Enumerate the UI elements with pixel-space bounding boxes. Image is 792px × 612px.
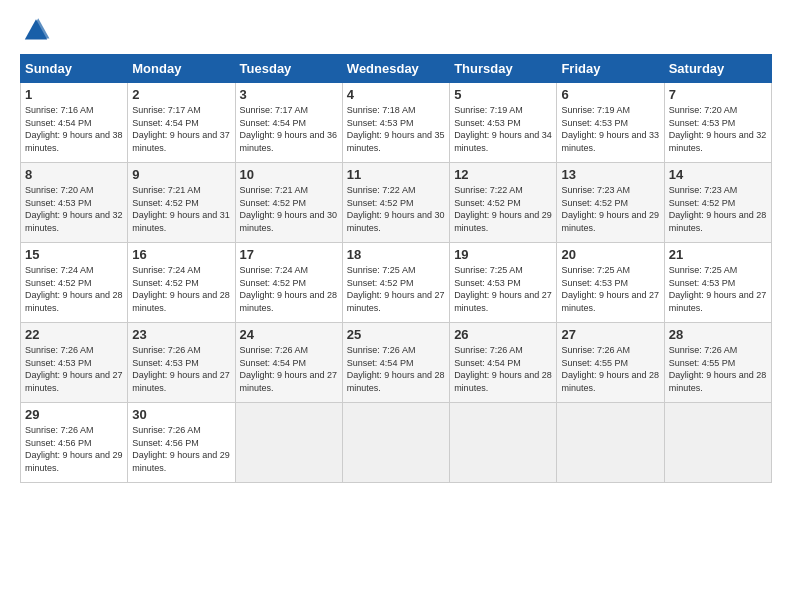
day-info: Sunrise: 7:26 AM Sunset: 4:53 PM Dayligh… xyxy=(132,344,230,394)
calendar-cell: 17 Sunrise: 7:24 AM Sunset: 4:52 PM Dayl… xyxy=(235,243,342,323)
day-info: Sunrise: 7:26 AM Sunset: 4:55 PM Dayligh… xyxy=(669,344,767,394)
day-number: 20 xyxy=(561,247,659,262)
calendar-cell: 22 Sunrise: 7:26 AM Sunset: 4:53 PM Dayl… xyxy=(21,323,128,403)
day-info: Sunrise: 7:25 AM Sunset: 4:52 PM Dayligh… xyxy=(347,264,445,314)
day-info: Sunrise: 7:22 AM Sunset: 4:52 PM Dayligh… xyxy=(454,184,552,234)
day-info: Sunrise: 7:25 AM Sunset: 4:53 PM Dayligh… xyxy=(561,264,659,314)
calendar-cell: 13 Sunrise: 7:23 AM Sunset: 4:52 PM Dayl… xyxy=(557,163,664,243)
day-info: Sunrise: 7:24 AM Sunset: 4:52 PM Dayligh… xyxy=(25,264,123,314)
day-info: Sunrise: 7:23 AM Sunset: 4:52 PM Dayligh… xyxy=(669,184,767,234)
day-number: 24 xyxy=(240,327,338,342)
day-number: 29 xyxy=(25,407,123,422)
day-number: 9 xyxy=(132,167,230,182)
day-number: 17 xyxy=(240,247,338,262)
day-number: 21 xyxy=(669,247,767,262)
day-number: 25 xyxy=(347,327,445,342)
day-info: Sunrise: 7:19 AM Sunset: 4:53 PM Dayligh… xyxy=(454,104,552,154)
logo xyxy=(20,16,50,48)
calendar-cell: 2 Sunrise: 7:17 AM Sunset: 4:54 PM Dayli… xyxy=(128,83,235,163)
header-day: Saturday xyxy=(664,55,771,83)
calendar-cell: 28 Sunrise: 7:26 AM Sunset: 4:55 PM Dayl… xyxy=(664,323,771,403)
day-info: Sunrise: 7:20 AM Sunset: 4:53 PM Dayligh… xyxy=(25,184,123,234)
day-info: Sunrise: 7:25 AM Sunset: 4:53 PM Dayligh… xyxy=(454,264,552,314)
day-info: Sunrise: 7:19 AM Sunset: 4:53 PM Dayligh… xyxy=(561,104,659,154)
day-number: 11 xyxy=(347,167,445,182)
day-number: 4 xyxy=(347,87,445,102)
calendar-week-row: 22 Sunrise: 7:26 AM Sunset: 4:53 PM Dayl… xyxy=(21,323,772,403)
calendar-cell: 25 Sunrise: 7:26 AM Sunset: 4:54 PM Dayl… xyxy=(342,323,449,403)
day-number: 19 xyxy=(454,247,552,262)
calendar-cell: 24 Sunrise: 7:26 AM Sunset: 4:54 PM Dayl… xyxy=(235,323,342,403)
day-number: 3 xyxy=(240,87,338,102)
day-number: 12 xyxy=(454,167,552,182)
calendar-cell: 20 Sunrise: 7:25 AM Sunset: 4:53 PM Dayl… xyxy=(557,243,664,323)
day-number: 15 xyxy=(25,247,123,262)
calendar-cell: 7 Sunrise: 7:20 AM Sunset: 4:53 PM Dayli… xyxy=(664,83,771,163)
day-info: Sunrise: 7:24 AM Sunset: 4:52 PM Dayligh… xyxy=(132,264,230,314)
calendar-cell: 27 Sunrise: 7:26 AM Sunset: 4:55 PM Dayl… xyxy=(557,323,664,403)
day-number: 5 xyxy=(454,87,552,102)
calendar-week-row: 29 Sunrise: 7:26 AM Sunset: 4:56 PM Dayl… xyxy=(21,403,772,483)
calendar-cell: 18 Sunrise: 7:25 AM Sunset: 4:52 PM Dayl… xyxy=(342,243,449,323)
header-day: Monday xyxy=(128,55,235,83)
day-number: 23 xyxy=(132,327,230,342)
day-number: 30 xyxy=(132,407,230,422)
calendar-cell: 9 Sunrise: 7:21 AM Sunset: 4:52 PM Dayli… xyxy=(128,163,235,243)
calendar-cell: 23 Sunrise: 7:26 AM Sunset: 4:53 PM Dayl… xyxy=(128,323,235,403)
day-info: Sunrise: 7:25 AM Sunset: 4:53 PM Dayligh… xyxy=(669,264,767,314)
day-info: Sunrise: 7:26 AM Sunset: 4:54 PM Dayligh… xyxy=(347,344,445,394)
calendar-cell: 12 Sunrise: 7:22 AM Sunset: 4:52 PM Dayl… xyxy=(450,163,557,243)
day-number: 27 xyxy=(561,327,659,342)
day-info: Sunrise: 7:22 AM Sunset: 4:52 PM Dayligh… xyxy=(347,184,445,234)
day-info: Sunrise: 7:20 AM Sunset: 4:53 PM Dayligh… xyxy=(669,104,767,154)
calendar-cell: 1 Sunrise: 7:16 AM Sunset: 4:54 PM Dayli… xyxy=(21,83,128,163)
day-info: Sunrise: 7:26 AM Sunset: 4:56 PM Dayligh… xyxy=(132,424,230,474)
day-number: 14 xyxy=(669,167,767,182)
day-number: 10 xyxy=(240,167,338,182)
day-info: Sunrise: 7:18 AM Sunset: 4:53 PM Dayligh… xyxy=(347,104,445,154)
day-info: Sunrise: 7:16 AM Sunset: 4:54 PM Dayligh… xyxy=(25,104,123,154)
logo-icon xyxy=(22,16,50,44)
day-number: 6 xyxy=(561,87,659,102)
day-number: 18 xyxy=(347,247,445,262)
header xyxy=(20,16,772,48)
day-info: Sunrise: 7:26 AM Sunset: 4:53 PM Dayligh… xyxy=(25,344,123,394)
day-number: 1 xyxy=(25,87,123,102)
day-number: 7 xyxy=(669,87,767,102)
day-number: 16 xyxy=(132,247,230,262)
day-info: Sunrise: 7:26 AM Sunset: 4:56 PM Dayligh… xyxy=(25,424,123,474)
header-day: Tuesday xyxy=(235,55,342,83)
page: SundayMondayTuesdayWednesdayThursdayFrid… xyxy=(0,0,792,612)
calendar-cell: 16 Sunrise: 7:24 AM Sunset: 4:52 PM Dayl… xyxy=(128,243,235,323)
day-number: 26 xyxy=(454,327,552,342)
calendar-cell: 14 Sunrise: 7:23 AM Sunset: 4:52 PM Dayl… xyxy=(664,163,771,243)
calendar-cell: 10 Sunrise: 7:21 AM Sunset: 4:52 PM Dayl… xyxy=(235,163,342,243)
calendar-cell: 29 Sunrise: 7:26 AM Sunset: 4:56 PM Dayl… xyxy=(21,403,128,483)
day-number: 8 xyxy=(25,167,123,182)
calendar-cell: 19 Sunrise: 7:25 AM Sunset: 4:53 PM Dayl… xyxy=(450,243,557,323)
header-day: Wednesday xyxy=(342,55,449,83)
calendar-table: SundayMondayTuesdayWednesdayThursdayFrid… xyxy=(20,54,772,483)
header-row: SundayMondayTuesdayWednesdayThursdayFrid… xyxy=(21,55,772,83)
calendar-cell: 26 Sunrise: 7:26 AM Sunset: 4:54 PM Dayl… xyxy=(450,323,557,403)
day-info: Sunrise: 7:26 AM Sunset: 4:55 PM Dayligh… xyxy=(561,344,659,394)
calendar-cell: 15 Sunrise: 7:24 AM Sunset: 4:52 PM Dayl… xyxy=(21,243,128,323)
calendar-week-row: 1 Sunrise: 7:16 AM Sunset: 4:54 PM Dayli… xyxy=(21,83,772,163)
day-number: 22 xyxy=(25,327,123,342)
calendar-cell: 5 Sunrise: 7:19 AM Sunset: 4:53 PM Dayli… xyxy=(450,83,557,163)
day-number: 28 xyxy=(669,327,767,342)
header-day: Friday xyxy=(557,55,664,83)
calendar-cell: 30 Sunrise: 7:26 AM Sunset: 4:56 PM Dayl… xyxy=(128,403,235,483)
day-info: Sunrise: 7:17 AM Sunset: 4:54 PM Dayligh… xyxy=(240,104,338,154)
day-number: 13 xyxy=(561,167,659,182)
calendar-cell xyxy=(664,403,771,483)
calendar-week-row: 8 Sunrise: 7:20 AM Sunset: 4:53 PM Dayli… xyxy=(21,163,772,243)
day-info: Sunrise: 7:21 AM Sunset: 4:52 PM Dayligh… xyxy=(240,184,338,234)
calendar-cell: 3 Sunrise: 7:17 AM Sunset: 4:54 PM Dayli… xyxy=(235,83,342,163)
calendar-cell xyxy=(342,403,449,483)
day-number: 2 xyxy=(132,87,230,102)
calendar-week-row: 15 Sunrise: 7:24 AM Sunset: 4:52 PM Dayl… xyxy=(21,243,772,323)
calendar-cell: 4 Sunrise: 7:18 AM Sunset: 4:53 PM Dayli… xyxy=(342,83,449,163)
calendar-cell xyxy=(235,403,342,483)
day-info: Sunrise: 7:23 AM Sunset: 4:52 PM Dayligh… xyxy=(561,184,659,234)
